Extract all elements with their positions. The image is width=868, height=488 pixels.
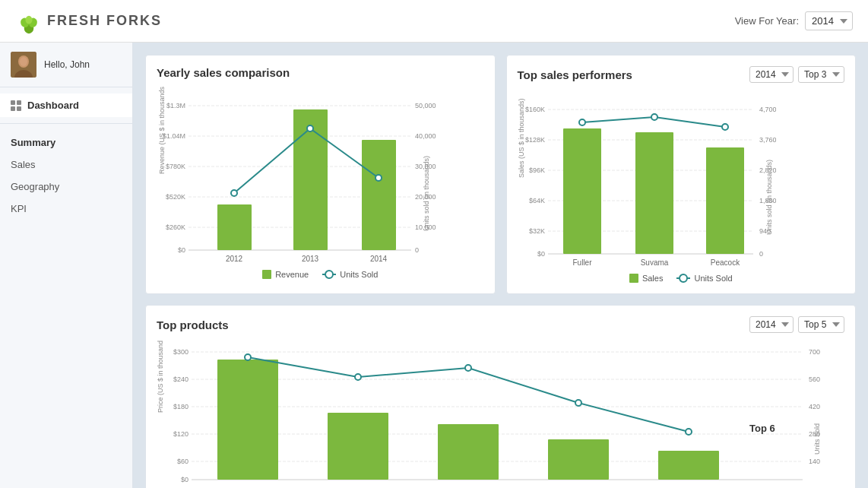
legend-revenue-label: Revenue xyxy=(275,270,309,279)
svg-text:$60: $60 xyxy=(177,458,188,465)
svg-text:$780K: $780K xyxy=(166,163,185,170)
svg-text:0: 0 xyxy=(759,250,763,258)
svg-point-93 xyxy=(575,400,581,406)
svg-text:Fuller: Fuller xyxy=(572,258,592,265)
sidebar-item-sales[interactable]: Sales xyxy=(0,154,132,176)
svg-text:$64K: $64K xyxy=(528,197,544,204)
svg-text:Price (US $ in thousands): Price (US $ in thousands) xyxy=(157,341,164,413)
svg-rect-88 xyxy=(548,439,609,480)
top-products-title: Top products xyxy=(157,318,229,331)
top-sales-year-select[interactable]: 201420132012 xyxy=(749,66,794,83)
svg-text:Units sold (in thousands): Units sold (in thousands) xyxy=(765,160,773,235)
svg-point-31 xyxy=(375,175,382,181)
svg-point-30 xyxy=(307,125,313,132)
svg-point-7 xyxy=(20,57,27,66)
svg-point-60 xyxy=(651,114,657,120)
svg-text:$240: $240 xyxy=(173,376,188,383)
svg-text:$0: $0 xyxy=(537,250,544,258)
revenue-bar-icon xyxy=(262,270,271,279)
yearly-chart-title: Yearly sales comparison xyxy=(157,66,290,79)
top-products-chart-wrap: $300 $240 $180 $120 $60 $0 700 560 420 2… xyxy=(157,341,844,488)
svg-text:50,000: 50,000 xyxy=(415,102,436,109)
top-sales-chart-wrap: $160K $128K $96K $64K $32K $0 4,700 3,76… xyxy=(518,90,845,268)
svg-rect-85 xyxy=(217,360,278,480)
legend-units-sold: Units Sold xyxy=(322,270,378,279)
main-layout: Hello, John Dashboard Summary Sales Geog… xyxy=(0,43,868,488)
svg-point-59 xyxy=(579,119,585,125)
yearly-chart-wrap: $1.3M $1.04M $780K $520K $260K $0 50,000… xyxy=(157,87,484,264)
svg-text:560: 560 xyxy=(809,376,820,383)
svg-rect-56 xyxy=(563,128,601,254)
sidebar-item-kpi[interactable]: KPI xyxy=(0,198,132,220)
svg-text:Units sold (in thousands): Units sold (in thousands) xyxy=(423,156,430,231)
hello-text: Hello, John xyxy=(44,59,90,70)
legend-revenue: Revenue xyxy=(262,270,309,279)
top-products-top-select[interactable]: Top 5Top 3Top 6 xyxy=(798,316,844,333)
svg-rect-58 xyxy=(706,147,744,254)
sidebar-item-dashboard[interactable]: Dashboard xyxy=(0,93,132,117)
svg-point-61 xyxy=(722,124,728,130)
svg-text:$120: $120 xyxy=(173,430,188,438)
svg-text:Top 6: Top 6 xyxy=(749,423,775,434)
nav-section: Dashboard xyxy=(0,87,132,124)
svg-text:140: 140 xyxy=(809,458,820,465)
svg-text:$160K: $160K xyxy=(524,106,544,113)
svg-text:$0: $0 xyxy=(178,246,185,254)
svg-text:$1.04M: $1.04M xyxy=(163,132,185,140)
units-line-icon xyxy=(322,274,336,275)
sidebar-item-geography[interactable]: Geography xyxy=(0,176,132,198)
top-products-header: Top products 201420132012 Top 5Top 3Top … xyxy=(157,316,844,333)
top-sales-legend: Sales Units Sold xyxy=(518,274,845,283)
svg-text:2014: 2014 xyxy=(370,255,388,261)
dashboard-icon xyxy=(11,100,21,111)
top-products-panel: Top products 201420132012 Top 5Top 3Top … xyxy=(145,305,856,488)
global-year-select[interactable]: 2014 2013 2012 xyxy=(805,11,853,30)
sidebar-menu: Summary Sales Geography KPI xyxy=(0,124,132,227)
yearly-sales-panel: Yearly sales comparison $1.3M $1.04M $78… xyxy=(145,55,496,294)
legend-units-label-2: Units Sold xyxy=(694,274,732,283)
svg-point-91 xyxy=(355,374,361,380)
svg-text:3,760: 3,760 xyxy=(759,136,776,144)
svg-text:$128K: $128K xyxy=(524,136,544,144)
logo-text: FRESH FORKS xyxy=(47,13,162,29)
content-area: Yearly sales comparison $1.3M $1.04M $78… xyxy=(133,43,868,488)
sidebar-item-summary[interactable]: Summary xyxy=(0,132,132,154)
top-products-year-select[interactable]: 201420132012 xyxy=(749,316,794,333)
avatar xyxy=(11,52,36,78)
svg-text:Suyama: Suyama xyxy=(640,258,668,265)
svg-text:$520K: $520K xyxy=(166,193,185,201)
legend-sales-label: Sales xyxy=(642,274,664,283)
svg-text:$32K: $32K xyxy=(528,227,544,235)
svg-text:$260K: $260K xyxy=(166,223,185,231)
svg-text:$180: $180 xyxy=(173,403,188,410)
svg-text:2013: 2013 xyxy=(302,255,319,261)
svg-text:$300: $300 xyxy=(173,348,188,356)
view-for-year-section: View For Year: 2014 2013 2012 xyxy=(735,11,853,30)
top-charts-row: Yearly sales comparison $1.3M $1.04M $78… xyxy=(145,55,856,294)
units-line-icon-2 xyxy=(676,277,690,279)
legend-units-label: Units Sold xyxy=(340,270,378,279)
top-sales-panel: Top sales performers 201420132012 Top 3T… xyxy=(506,55,857,294)
svg-text:420: 420 xyxy=(809,403,820,410)
top-sales-controls: 201420132012 Top 3Top 5Top 6 xyxy=(749,66,844,83)
svg-text:$0: $0 xyxy=(181,476,188,483)
top-sales-top-select[interactable]: Top 3Top 5Top 6 xyxy=(798,66,844,83)
view-for-year-label: View For Year: xyxy=(735,15,799,27)
dashboard-label: Dashboard xyxy=(27,100,79,111)
top-bar: FRESH FORKS View For Year: 2014 2013 201… xyxy=(0,0,868,43)
top-sales-title: Top sales performers xyxy=(518,68,632,81)
svg-text:4,700: 4,700 xyxy=(759,106,776,113)
top-sales-header: Top sales performers 201420132012 Top 3T… xyxy=(518,66,845,83)
yearly-chart-legend: Revenue Units Sold xyxy=(157,270,484,279)
svg-text:2012: 2012 xyxy=(226,255,243,261)
svg-text:Peacock: Peacock xyxy=(710,258,740,265)
logo-icon xyxy=(15,8,43,35)
svg-point-29 xyxy=(231,190,237,196)
svg-point-94 xyxy=(686,429,692,435)
svg-text:40,000: 40,000 xyxy=(415,132,436,140)
svg-text:Revenue (US $ in thousands): Revenue (US $ in thousands) xyxy=(158,87,166,174)
logo: FRESH FORKS xyxy=(15,8,162,35)
svg-point-3 xyxy=(26,15,33,24)
top-products-controls: 201420132012 Top 5Top 3Top 6 xyxy=(749,316,844,333)
svg-rect-87 xyxy=(438,424,499,480)
